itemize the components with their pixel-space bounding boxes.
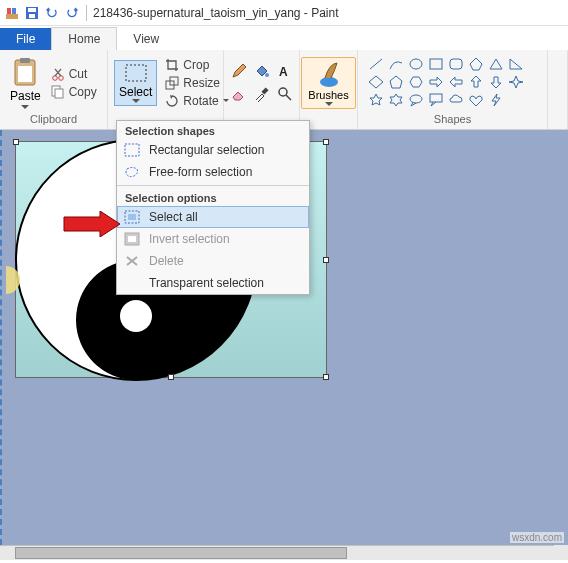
shape-line[interactable] [368,57,384,71]
title-bar: 218436-supernatural_taoism_yin_yang - Pa… [0,0,568,26]
paste-label: Paste [10,89,41,103]
crop-button[interactable]: Crop [163,57,230,73]
menu-label: Transparent selection [149,276,264,290]
chevron-down-icon [21,105,29,109]
text-tool[interactable]: A [275,61,295,81]
svg-rect-27 [430,94,442,102]
rotate-icon [165,94,179,108]
shape-star6[interactable] [388,93,404,107]
chevron-down-icon [132,99,140,103]
copy-label: Copy [69,85,97,99]
scrollbar-thumb[interactable] [15,547,347,559]
svg-rect-8 [18,66,32,82]
resize-handle[interactable] [323,139,329,145]
save-icon[interactable] [24,5,40,21]
tab-view[interactable]: View [117,28,175,50]
undo-icon[interactable] [44,5,60,21]
scroll-corner [554,545,568,560]
resize-handle[interactable] [323,374,329,380]
eraser-tool[interactable] [229,84,249,104]
menu-freeform-selection[interactable]: Free-form selection [117,161,309,183]
menu-rectangular-selection[interactable]: Rectangular selection [117,139,309,161]
app-icon [4,5,20,21]
svg-point-10 [58,75,63,80]
shape-polygon[interactable] [468,57,484,71]
paste-button[interactable]: Paste [6,55,45,111]
shape-oval[interactable] [408,57,424,71]
shape-arrow-left[interactable] [448,75,464,89]
chevron-down-icon [325,102,333,106]
group-label-brushes [306,113,351,127]
shape-arrow-down[interactable] [488,75,504,89]
cut-button[interactable]: Cut [49,66,99,82]
rotate-button[interactable]: Rotate [163,93,230,109]
tab-file[interactable]: File [0,28,51,50]
ribbon: Paste Cut Copy Clipboard Select [0,50,568,130]
tab-home[interactable]: Home [51,27,117,50]
resize-button[interactable]: Resize [163,75,230,91]
copy-icon [51,85,65,99]
select-button[interactable]: Select [114,60,157,106]
pencil-tool[interactable] [229,61,249,81]
shape-star4[interactable] [508,75,524,89]
shapes-gallery[interactable] [368,57,526,109]
group-partial [548,50,568,129]
svg-point-26 [410,95,422,103]
svg-text:A: A [279,65,288,79]
picker-tool[interactable] [252,84,272,104]
redo-icon[interactable] [64,5,80,21]
svg-point-16 [265,73,269,77]
brush-icon [315,60,343,88]
shape-callout-round[interactable] [408,93,424,107]
horizontal-scrollbar[interactable] [0,545,554,560]
svg-point-23 [410,59,422,69]
separator [117,185,309,186]
shape-triangle[interactable] [488,57,504,71]
shape-rect[interactable] [428,57,444,71]
menu-label: Free-form selection [149,165,252,179]
ribbon-tabs: File Home View [0,26,568,50]
menu-select-all[interactable]: Select all [117,206,309,228]
shape-hexagon[interactable] [408,75,424,89]
shape-curve[interactable] [388,57,404,71]
crop-icon [165,58,179,72]
group-image: Select Crop Resize Rotate [108,50,224,129]
checkbox-icon [123,275,141,291]
shape-arrow-right[interactable] [428,75,444,89]
shape-roundrect[interactable] [448,57,464,71]
svg-rect-7 [20,58,30,63]
menu-invert-selection: Invert selection [117,228,309,250]
svg-rect-36 [128,236,136,242]
shape-heart[interactable] [468,93,484,107]
select-label: Select [119,85,152,99]
shape-right-triangle[interactable] [508,57,524,71]
magnifier-tool[interactable] [275,84,295,104]
resize-handle[interactable] [168,374,174,380]
svg-rect-18 [261,87,268,94]
shape-pentagon[interactable] [388,75,404,89]
brushes-label: Brushes [308,89,348,101]
svg-rect-24 [430,59,442,69]
group-clipboard: Paste Cut Copy Clipboard [0,50,108,129]
resize-handle[interactable] [323,257,329,263]
resize-handle[interactable] [13,139,19,145]
resize-label: Resize [183,76,220,90]
menu-transparent-selection[interactable]: Transparent selection [117,272,309,294]
cut-label: Cut [69,67,88,81]
svg-rect-12 [55,89,63,98]
copy-button[interactable]: Copy [49,84,99,100]
selection-rect-icon [123,142,141,158]
shape-lightning[interactable] [488,93,504,107]
group-tools: A [224,50,300,129]
svg-line-20 [286,95,291,100]
brushes-button[interactable]: Brushes [301,57,355,109]
shape-callout-cloud[interactable] [448,93,464,107]
shape-callout-rect[interactable] [428,93,444,107]
shape-arrow-up[interactable] [468,75,484,89]
svg-point-9 [52,75,57,80]
menu-delete: Delete [117,250,309,272]
shape-diamond[interactable] [368,75,384,89]
svg-rect-32 [125,144,139,156]
fill-tool[interactable] [252,61,272,81]
shape-star5[interactable] [368,93,384,107]
